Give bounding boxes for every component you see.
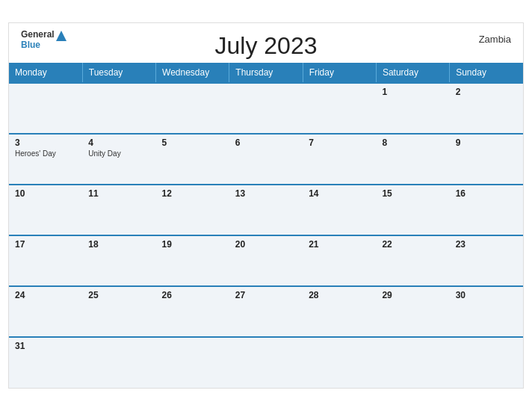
- calendar-cell: 31: [9, 337, 82, 388]
- calendar-cell: [303, 337, 376, 388]
- calendar-cell: [303, 83, 376, 134]
- calendar-cell: 17: [9, 235, 82, 286]
- calendar-cell: 3Heroes' Day: [9, 134, 82, 185]
- col-monday: Monday: [9, 63, 82, 83]
- calendar-cell: [156, 337, 229, 388]
- day-number: 3: [15, 137, 76, 148]
- day-number: 31: [15, 341, 76, 351]
- day-number: 7: [309, 137, 370, 148]
- calendar-cell: 30: [450, 286, 523, 337]
- day-number: 1: [382, 87, 443, 97]
- day-number: 26: [162, 290, 223, 300]
- calendar-cell: [156, 83, 229, 134]
- day-number: 18: [88, 239, 149, 250]
- calendar-header: General Blue July 2023 Zambia: [9, 23, 523, 63]
- calendar-cell: 8: [376, 134, 449, 185]
- day-number: 8: [382, 137, 443, 148]
- calendar-cell: 23: [450, 235, 523, 286]
- col-wednesday: Wednesday: [156, 63, 229, 83]
- col-saturday: Saturday: [376, 63, 449, 83]
- calendar-cell: [82, 337, 155, 388]
- calendar-cell: 28: [303, 286, 376, 337]
- calendar-cell: [229, 337, 303, 388]
- day-number: 25: [88, 290, 149, 300]
- calendar-cell: 27: [229, 286, 303, 337]
- day-number: 15: [382, 188, 443, 199]
- day-number: 19: [162, 239, 223, 250]
- day-number: 14: [309, 188, 370, 199]
- event-label: Heroes' Day: [15, 149, 76, 158]
- day-number: 30: [456, 290, 517, 300]
- logo-line1: General: [21, 29, 55, 40]
- page-title: July 2023: [215, 32, 318, 60]
- logo-line2: Blue: [21, 40, 55, 50]
- calendar-week-6: 31: [9, 337, 523, 388]
- day-number: 20: [235, 239, 297, 250]
- day-number: 23: [456, 239, 517, 250]
- calendar-cell: [229, 83, 303, 134]
- calendar-container: General Blue July 2023 Zambia Monday Tue…: [8, 22, 524, 389]
- day-number: 13: [235, 188, 297, 199]
- day-number: 12: [162, 188, 223, 199]
- col-tuesday: Tuesday: [82, 63, 155, 83]
- calendar-week-1: 12: [9, 83, 523, 134]
- day-number: 17: [15, 239, 76, 250]
- day-number: 22: [382, 239, 443, 250]
- calendar-cell: [9, 83, 82, 134]
- calendar-cell: 24: [9, 286, 82, 337]
- calendar-cell: 1: [376, 83, 449, 134]
- day-number: 27: [235, 290, 297, 300]
- calendar-body: 123Heroes' Day4Unity Day5678910111213141…: [9, 83, 523, 388]
- col-thursday: Thursday: [229, 63, 303, 83]
- calendar-cell: 14: [303, 185, 376, 235]
- calendar-cell: [450, 337, 523, 388]
- day-number: 4: [88, 137, 149, 148]
- calendar-week-4: 17181920212223: [9, 235, 523, 286]
- calendar-cell: 25: [82, 286, 155, 337]
- calendar-cell: 22: [376, 235, 449, 286]
- calendar-week-3: 10111213141516: [9, 185, 523, 235]
- day-number: 29: [382, 290, 443, 300]
- day-number: 28: [309, 290, 370, 300]
- calendar-cell: 21: [303, 235, 376, 286]
- calendar-cell: 11: [82, 185, 155, 235]
- day-number: 6: [235, 137, 297, 148]
- calendar-cell: 13: [229, 185, 303, 235]
- calendar-cell: 15: [376, 185, 449, 235]
- logo-triangle-icon: [56, 31, 66, 44]
- day-number: 5: [162, 137, 223, 148]
- calendar-cell: 18: [82, 235, 155, 286]
- col-friday: Friday: [303, 63, 376, 83]
- calendar-cell: 5: [156, 134, 229, 185]
- calendar-week-2: 3Heroes' Day4Unity Day56789: [9, 134, 523, 185]
- calendar-cell: 20: [229, 235, 303, 286]
- calendar-cell: 4Unity Day: [82, 134, 155, 185]
- calendar-cell: 7: [303, 134, 376, 185]
- calendar-table: Monday Tuesday Wednesday Thursday Friday…: [9, 63, 523, 388]
- logo: General Blue: [21, 29, 66, 50]
- calendar-cell: 19: [156, 235, 229, 286]
- calendar-header-row: Monday Tuesday Wednesday Thursday Friday…: [9, 63, 523, 83]
- svg-marker-0: [56, 31, 66, 41]
- calendar-cell: 2: [450, 83, 523, 134]
- col-sunday: Sunday: [450, 63, 523, 83]
- calendar-cell: [376, 337, 449, 388]
- day-number: 11: [88, 188, 149, 199]
- day-number: 16: [456, 188, 517, 199]
- calendar-cell: 6: [229, 134, 303, 185]
- calendar-cell: 29: [376, 286, 449, 337]
- day-number: 24: [15, 290, 76, 300]
- calendar-cell: 16: [450, 185, 523, 235]
- event-label: Unity Day: [88, 149, 149, 158]
- day-number: 2: [456, 87, 517, 97]
- country-label: Zambia: [479, 34, 511, 45]
- day-number: 9: [456, 137, 517, 148]
- calendar-cell: 12: [156, 185, 229, 235]
- calendar-week-5: 24252627282930: [9, 286, 523, 337]
- day-number: 21: [309, 239, 370, 250]
- calendar-cell: [82, 83, 155, 134]
- calendar-cell: 26: [156, 286, 229, 337]
- calendar-cell: 10: [9, 185, 82, 235]
- day-number: 10: [15, 188, 76, 199]
- calendar-cell: 9: [450, 134, 523, 185]
